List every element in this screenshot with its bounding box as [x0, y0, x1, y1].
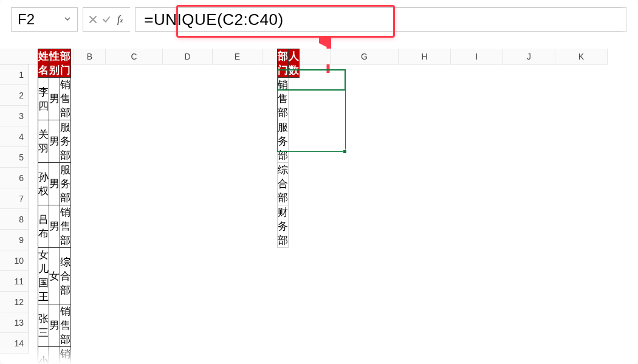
- row-header[interactable]: 13: [0, 312, 29, 333]
- table-row[interactable]: 李四男销售部: [38, 78, 71, 120]
- cancel-icon[interactable]: [88, 15, 98, 24]
- row-header[interactable]: 10: [0, 250, 29, 271]
- grid-body: 1234567891011121314: [0, 64, 638, 354]
- table-cell[interactable]: 关羽: [38, 120, 49, 163]
- fade-bottom: [0, 346, 638, 364]
- select-all-corner[interactable]: [0, 49, 29, 64]
- table-row[interactable]: 吕布男销售部: [38, 205, 71, 248]
- formula-bar-row: F2 fx =UNIQUE(C2:C40): [0, 0, 638, 35]
- table-cell[interactable]: 男: [49, 78, 60, 120]
- table-header-cell[interactable]: 人数: [289, 49, 300, 78]
- table-row[interactable]: 关羽男服务部: [38, 120, 71, 163]
- row-header[interactable]: 6: [0, 168, 29, 188]
- row-header[interactable]: 8: [0, 209, 29, 230]
- table-cell[interactable]: [289, 163, 300, 205]
- table-cell[interactable]: 服务部: [60, 163, 71, 205]
- data-table-summary: 部门人数 销售部服务部综合部财务部: [277, 49, 300, 248]
- table-row[interactable]: 孙权男服务部: [38, 163, 71, 205]
- table-cell[interactable]: 综合部: [278, 163, 289, 205]
- table-cell[interactable]: 男: [49, 163, 60, 205]
- data-table-employees: 姓名性别部门 李四男销售部关羽男服务部孙权男服务部吕布男销售部女儿国王女综合部张…: [38, 49, 71, 364]
- column-header[interactable]: K: [555, 49, 608, 64]
- worksheet-grid[interactable]: ABCDEFGHIJK 1234567891011121314 姓名性别部门 李…: [0, 49, 638, 354]
- name-box-value: F2: [18, 11, 35, 28]
- table-cell[interactable]: 李四: [38, 78, 49, 120]
- table-cell[interactable]: 销售部: [60, 205, 71, 248]
- column-header[interactable]: H: [399, 49, 451, 64]
- table-cell[interactable]: 男: [49, 205, 60, 248]
- table-header-cell[interactable]: 性别: [49, 49, 60, 78]
- table-cell[interactable]: 综合部: [60, 248, 71, 304]
- fade-right: [620, 0, 638, 364]
- fx-icon[interactable]: fx: [115, 14, 125, 25]
- table-cell[interactable]: 男: [49, 304, 60, 347]
- table-cell[interactable]: 张三: [38, 304, 49, 347]
- table-header-cell[interactable]: 姓名: [38, 49, 49, 78]
- table-cell[interactable]: [289, 205, 300, 248]
- table-row[interactable]: 服务部: [278, 120, 300, 163]
- column-header[interactable]: J: [503, 49, 555, 64]
- table-cell[interactable]: 孙权: [38, 163, 49, 205]
- check-icon[interactable]: [101, 15, 111, 24]
- table-row[interactable]: 销售部: [278, 78, 300, 120]
- table-cell[interactable]: 吕布: [38, 205, 49, 248]
- row-header[interactable]: 1: [0, 64, 29, 85]
- formula-text: =UNIQUE(C2:C40): [144, 10, 283, 29]
- table-cell[interactable]: [289, 78, 300, 120]
- table-cell[interactable]: 女: [49, 248, 60, 304]
- table-cell[interactable]: 服务部: [278, 120, 289, 163]
- column-header[interactable]: B: [74, 49, 106, 64]
- table-cell[interactable]: 销售部: [60, 304, 71, 347]
- table-header-cell[interactable]: 部门: [278, 49, 289, 78]
- table-row[interactable]: 女儿国王女综合部: [38, 248, 71, 304]
- chevron-down-icon[interactable]: [64, 15, 71, 24]
- row-header[interactable]: 12: [0, 292, 29, 312]
- column-headers: ABCDEFGHIJK: [0, 49, 638, 64]
- name-box[interactable]: F2: [11, 7, 78, 32]
- column-header[interactable]: D: [163, 49, 213, 64]
- row-header[interactable]: 7: [0, 188, 29, 209]
- table-cell[interactable]: [289, 120, 300, 163]
- row-header[interactable]: 3: [0, 106, 29, 126]
- column-header[interactable]: E: [213, 49, 262, 64]
- column-header[interactable]: G: [331, 49, 399, 64]
- spreadsheet-window: F2 fx =UNIQUE(C2:C40): [0, 0, 638, 364]
- table-cell[interactable]: 服务部: [60, 120, 71, 163]
- table-cell[interactable]: 财务部: [278, 205, 289, 248]
- formula-input[interactable]: =UNIQUE(C2:C40): [135, 7, 627, 32]
- table-cell[interactable]: 女儿国王: [38, 248, 49, 304]
- row-header[interactable]: 4: [0, 126, 29, 147]
- row-header[interactable]: 11: [0, 271, 29, 292]
- table-header-cell[interactable]: 部门: [60, 49, 71, 78]
- column-header[interactable]: C: [106, 49, 163, 64]
- table-cell[interactable]: 男: [49, 120, 60, 163]
- row-header[interactable]: 2: [0, 85, 29, 106]
- table-cell[interactable]: 销售部: [60, 78, 71, 120]
- table-row[interactable]: 财务部: [278, 205, 300, 248]
- column-header[interactable]: I: [451, 49, 503, 64]
- table-row[interactable]: 张三男销售部: [38, 304, 71, 347]
- row-header[interactable]: 9: [0, 230, 29, 250]
- table-cell[interactable]: 销售部: [278, 78, 289, 120]
- row-header[interactable]: 5: [0, 147, 29, 168]
- formula-buttons: fx: [83, 7, 130, 32]
- table-row[interactable]: 综合部: [278, 163, 300, 205]
